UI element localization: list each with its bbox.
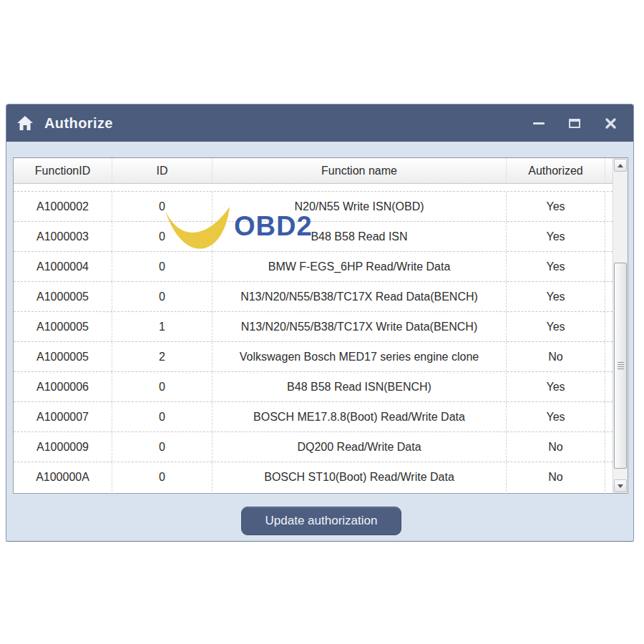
cell-id: 0 xyxy=(112,192,213,221)
window-title: Authorize xyxy=(44,115,113,132)
cell-function-name: BMW F-EGS_6HP Read/Write Data xyxy=(213,252,507,281)
table-row[interactable]: A1000006 0 B48 B58 Read ISN(BENCH) Yes xyxy=(14,371,613,401)
cell-id: 0 xyxy=(112,462,213,492)
cell-id: 0 xyxy=(112,432,213,462)
cell-authorized: Yes xyxy=(507,252,605,281)
cell-function-name: BOSCH ME17.8.8(Boot) Read/Write Data xyxy=(213,402,507,431)
cell-authorized: No xyxy=(507,432,605,462)
cell-authorized: Yes xyxy=(507,192,605,221)
window-content: FunctionID ID Function name Authorized A… xyxy=(6,142,633,542)
table-body: A1000002 0 N20/N55 Write ISN(OBD) Yes A1… xyxy=(14,191,613,492)
cell-function-id: A1000005 xyxy=(14,282,112,311)
table-row[interactable]: A1000009 0 DQ200 Read/Write Data No xyxy=(14,431,613,462)
cell-filler xyxy=(605,372,613,401)
scrollbar-thumb[interactable] xyxy=(614,263,627,469)
cell-filler xyxy=(605,252,613,281)
table-row[interactable]: A1000003 0 B48 B58 Read ISN Yes xyxy=(14,221,613,251)
cell-function-id: A1000005 xyxy=(14,312,112,341)
cell-filler xyxy=(605,312,613,341)
column-header-filler xyxy=(605,158,613,183)
cell-authorized: Yes xyxy=(507,372,605,401)
cell-id: 1 xyxy=(112,312,213,341)
cell-function-name: DQ200 Read/Write Data xyxy=(213,432,507,462)
cell-id: 2 xyxy=(112,342,213,371)
cell-function-id: A1000006 xyxy=(14,372,112,401)
window-controls xyxy=(532,117,620,130)
table-header-gap xyxy=(14,184,613,191)
minimize-button[interactable] xyxy=(532,117,546,130)
table-main: FunctionID ID Function name Authorized A… xyxy=(14,158,613,493)
column-header-functionid: FunctionID xyxy=(14,158,112,183)
column-header-id: ID xyxy=(112,158,213,183)
arrow-down-icon xyxy=(618,484,623,488)
scroll-up-button[interactable] xyxy=(614,159,627,172)
cell-function-id: A1000002 xyxy=(14,192,112,221)
functions-table: FunctionID ID Function name Authorized A… xyxy=(13,157,628,494)
cell-filler xyxy=(605,342,613,371)
table-row[interactable]: A1000005 2 Volkswagen Bosch MED17 series… xyxy=(14,341,613,371)
scrollbar-track[interactable] xyxy=(613,172,628,479)
table-row[interactable]: A1000005 1 N13/N20/N55/B38/TC17X Write D… xyxy=(14,311,613,341)
cell-authorized: No xyxy=(507,462,605,492)
cell-filler xyxy=(605,462,613,492)
table-row[interactable]: A1000002 0 N20/N55 Write ISN(OBD) Yes xyxy=(14,191,613,221)
cell-authorized: Yes xyxy=(507,312,605,341)
column-header-authorized: Authorized xyxy=(507,158,605,183)
table-row[interactable]: A1000007 0 BOSCH ME17.8.8(Boot) Read/Wri… xyxy=(14,401,613,431)
authorize-window: Authorize FunctionID ID Function name xyxy=(6,104,634,542)
cell-id: 0 xyxy=(112,402,213,431)
maximize-button[interactable] xyxy=(567,117,582,130)
maximize-icon xyxy=(569,119,580,128)
cell-filler xyxy=(605,432,613,462)
cell-filler xyxy=(605,282,613,311)
cell-function-name: B48 B58 Read ISN xyxy=(213,222,507,251)
close-icon xyxy=(605,117,617,130)
title-bar: Authorize xyxy=(6,104,633,142)
scroll-down-button[interactable] xyxy=(614,479,627,492)
cell-function-id: A1000009 xyxy=(14,432,112,462)
cell-id: 0 xyxy=(112,282,213,311)
cell-function-id: A1000003 xyxy=(14,222,112,251)
home-icon xyxy=(16,115,34,131)
cell-function-id: A1000005 xyxy=(14,342,112,371)
table-row[interactable]: A100000A 0 BOSCH ST10(Boot) Read/Write D… xyxy=(14,462,613,492)
update-authorization-button[interactable]: Update authorization xyxy=(241,507,401,535)
cell-authorized: No xyxy=(507,342,605,371)
cell-function-name: N20/N55 Write ISN(OBD) xyxy=(213,192,507,221)
cell-function-id: A1000007 xyxy=(14,402,112,431)
table-header-row: FunctionID ID Function name Authorized xyxy=(14,158,613,184)
minimize-icon xyxy=(533,122,545,125)
cell-authorized: Yes xyxy=(507,282,605,311)
cell-id: 0 xyxy=(112,372,213,401)
cell-function-name: BOSCH ST10(Boot) Read/Write Data xyxy=(213,462,507,492)
cell-id: 0 xyxy=(112,222,213,251)
cell-function-name: B48 B58 Read ISN(BENCH) xyxy=(213,372,507,401)
close-button[interactable] xyxy=(603,117,618,130)
column-header-function-name: Function name xyxy=(213,158,507,183)
cell-function-name: N13/N20/N55/B38/TC17X Read Data(BENCH) xyxy=(213,282,507,311)
cell-authorized: Yes xyxy=(507,222,605,251)
cell-filler xyxy=(605,192,613,221)
table-row[interactable]: A1000005 0 N13/N20/N55/B38/TC17X Read Da… xyxy=(14,281,613,311)
vertical-scrollbar xyxy=(613,158,628,493)
arrow-up-icon xyxy=(618,164,623,167)
cell-function-name: N13/N20/N55/B38/TC17X Write Data(BENCH) xyxy=(213,312,507,341)
scrollbar-grip-icon xyxy=(618,362,624,370)
cell-authorized: Yes xyxy=(507,402,605,431)
cell-function-id: A1000004 xyxy=(14,252,112,281)
table-row[interactable]: A1000004 0 BMW F-EGS_6HP Read/Write Data… xyxy=(14,251,613,281)
cell-function-name: Volkswagen Bosch MED17 series engine clo… xyxy=(213,342,507,371)
cell-filler xyxy=(605,222,613,251)
cell-filler xyxy=(605,402,613,431)
cell-function-id: A100000A xyxy=(14,462,112,492)
cell-id: 0 xyxy=(112,252,213,281)
